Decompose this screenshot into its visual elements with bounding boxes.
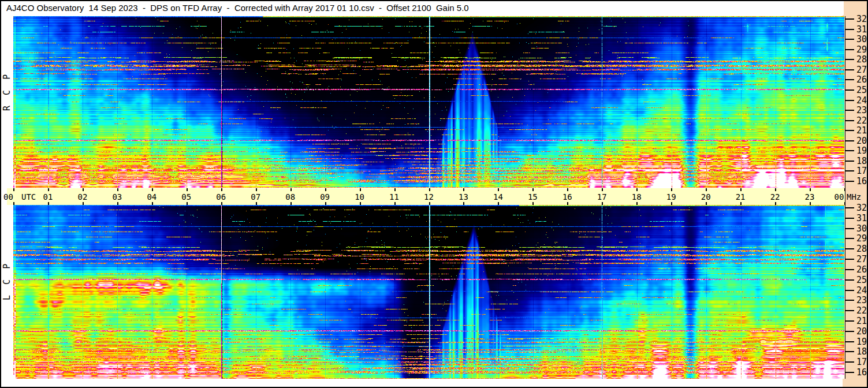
time-tick-label: 19 bbox=[666, 192, 676, 202]
freq-tick-label: 28 bbox=[856, 54, 867, 65]
freq-tick bbox=[845, 228, 854, 229]
freq-tick bbox=[845, 161, 854, 162]
time-tick bbox=[429, 202, 430, 205]
time-tick-label: 13 bbox=[459, 192, 468, 202]
freq-tick-label: 21 bbox=[856, 125, 867, 136]
time-tick-label: 09 bbox=[320, 192, 330, 202]
lcp-side-label: L C P bbox=[2, 288, 12, 300]
freq-tick-label: 19 bbox=[856, 146, 867, 156]
time-tick bbox=[256, 202, 257, 205]
time-tick bbox=[83, 188, 84, 191]
freq-tick bbox=[845, 372, 854, 373]
freq-tick-label: 20 bbox=[856, 326, 867, 337]
time-tick-label: 14 bbox=[493, 192, 503, 202]
time-tick-label: 21 bbox=[736, 192, 746, 202]
time-tick bbox=[671, 202, 672, 205]
freq-tick-label: 25 bbox=[856, 85, 867, 95]
freq-tick bbox=[845, 341, 854, 342]
spectrograph-window: AJ4CO Observatory 14 Sep 2023 - DPS on T… bbox=[0, 0, 868, 388]
freq-tick-label: 16 bbox=[856, 176, 867, 186]
time-tick bbox=[48, 188, 49, 191]
time-tick bbox=[706, 188, 707, 191]
freq-tick-label: 16 bbox=[856, 367, 867, 378]
freq-tick bbox=[845, 269, 854, 270]
freq-tick-label: 31 bbox=[856, 213, 867, 223]
time-tick bbox=[498, 202, 499, 205]
time-tick-label: 18 bbox=[632, 192, 642, 202]
freq-tick bbox=[845, 351, 854, 352]
time-tick bbox=[636, 188, 638, 191]
time-tick bbox=[360, 202, 361, 205]
freq-tick bbox=[845, 259, 854, 260]
rcp-side-label: R C P bbox=[2, 98, 12, 111]
time-tick-label: 02 bbox=[77, 192, 87, 202]
time-tick bbox=[48, 202, 49, 205]
freq-tick bbox=[845, 140, 854, 141]
time-tick-label: 07 bbox=[251, 192, 260, 202]
freq-tick-label: 27 bbox=[856, 65, 867, 75]
rcp-spectrogram bbox=[13, 16, 844, 188]
time-tick bbox=[221, 188, 222, 191]
time-tick bbox=[567, 188, 568, 191]
time-tick bbox=[83, 202, 84, 205]
time-axis-bar: 00UTC01020304050607080910111213141516171… bbox=[7, 188, 845, 205]
freq-tick bbox=[845, 207, 854, 208]
time-tick-label: 05 bbox=[181, 192, 191, 202]
time-tick bbox=[256, 188, 257, 191]
freq-tick bbox=[845, 218, 854, 219]
freq-tick-label: 24 bbox=[856, 95, 867, 106]
frequency-unit-label: MHz bbox=[847, 192, 861, 202]
freq-tick-label: 18 bbox=[856, 156, 867, 166]
freq-tick-label: 24 bbox=[856, 285, 867, 296]
time-tick bbox=[602, 188, 603, 191]
freq-tick-label: 32 bbox=[856, 14, 867, 24]
time-tick bbox=[429, 188, 430, 191]
time-tick bbox=[13, 188, 14, 191]
freq-tick-label: 27 bbox=[856, 254, 867, 264]
freq-tick-label: 26 bbox=[856, 74, 867, 85]
time-tick bbox=[221, 202, 222, 205]
time-tick bbox=[810, 188, 811, 191]
freq-tick bbox=[845, 331, 854, 332]
time-tick bbox=[740, 188, 742, 191]
time-tick bbox=[567, 202, 568, 205]
freq-tick bbox=[845, 59, 854, 60]
freq-tick-label: 19 bbox=[856, 337, 867, 347]
time-tick-label: 12 bbox=[424, 192, 434, 202]
freq-tick-label: 25 bbox=[856, 275, 867, 285]
freq-tick bbox=[845, 100, 854, 101]
freq-tick bbox=[845, 361, 854, 363]
time-tick bbox=[152, 202, 153, 205]
lcp-spectrogram bbox=[13, 205, 844, 379]
time-tick-label: 11 bbox=[389, 192, 399, 202]
time-tick bbox=[532, 188, 534, 191]
freq-tick-label: 28 bbox=[856, 244, 867, 254]
freq-tick bbox=[845, 89, 854, 91]
freq-tick bbox=[845, 181, 854, 182]
freq-tick-label: 22 bbox=[856, 305, 867, 316]
time-tick bbox=[775, 202, 776, 205]
freq-tick-label: 22 bbox=[856, 115, 867, 126]
time-tick-label: 16 bbox=[562, 192, 572, 202]
time-tick bbox=[152, 188, 153, 191]
time-tick bbox=[602, 202, 603, 205]
freq-tick-label: 23 bbox=[856, 105, 867, 115]
time-tick bbox=[360, 188, 361, 191]
freq-tick-label: 32 bbox=[856, 203, 867, 213]
freq-tick bbox=[845, 279, 854, 281]
time-tick-label: 04 bbox=[147, 192, 157, 202]
freq-tick-label: 20 bbox=[856, 136, 867, 146]
freq-tick bbox=[845, 150, 854, 151]
time-tick bbox=[810, 202, 811, 205]
freq-tick bbox=[845, 130, 854, 131]
freq-tick bbox=[845, 310, 854, 311]
freq-tick-label: 21 bbox=[856, 316, 867, 326]
time-tick bbox=[498, 188, 499, 191]
freq-tick bbox=[845, 290, 854, 291]
time-tick-label: 01 bbox=[43, 192, 53, 202]
time-tick bbox=[463, 188, 464, 191]
time-tick-label: 00 bbox=[3, 192, 13, 202]
time-tick bbox=[740, 202, 742, 205]
time-tick bbox=[394, 202, 396, 205]
freq-tick bbox=[845, 49, 854, 50]
